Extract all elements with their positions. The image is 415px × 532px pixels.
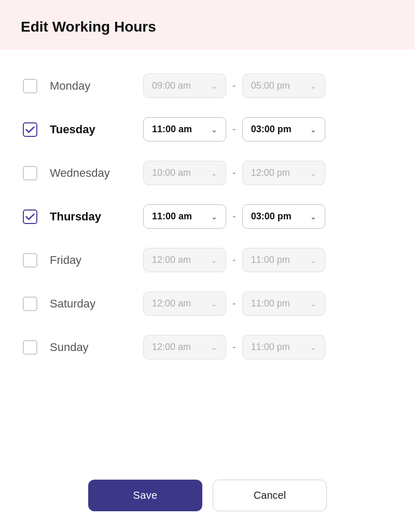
checkbox-wrapper-saturday: [21, 297, 39, 311]
start-chevron-thursday: ⌄: [211, 213, 217, 221]
days-list: Monday09:00 am⌄-05:00 pm⌄ Tuesday11:00 a…: [0, 50, 415, 469]
time-separator-sunday: -: [232, 341, 236, 353]
end-time-wednesday[interactable]: 12:00 pm⌄: [242, 161, 325, 185]
end-value-wednesday: 12:00 pm: [251, 167, 290, 178]
end-value-sunday: 11:00 pm: [251, 342, 290, 353]
end-chevron-saturday: ⌄: [310, 300, 316, 308]
end-time-thursday[interactable]: 03:00 pm⌄: [242, 204, 325, 229]
day-row-tuesday: Tuesday11:00 am⌄-03:00 pm⌄: [21, 108, 394, 151]
day-label-sunday: Sunday: [50, 341, 133, 354]
end-value-monday: 05:00 pm: [251, 80, 290, 91]
cancel-button[interactable]: Cancel: [213, 480, 327, 511]
checkbox-thursday[interactable]: [23, 209, 37, 224]
end-chevron-wednesday: ⌄: [310, 169, 316, 177]
time-controls-tuesday: 11:00 am⌄-03:00 pm⌄: [143, 117, 394, 142]
time-controls-friday: 12:00 am⌄-11:00 pm⌄: [143, 248, 394, 272]
end-chevron-monday: ⌄: [310, 82, 316, 90]
day-row-friday: Friday12:00 am⌄-11:00 pm⌄: [21, 239, 394, 282]
start-chevron-saturday: ⌄: [211, 300, 217, 308]
page-header: Edit Working Hours: [0, 0, 415, 50]
day-label-friday: Friday: [50, 254, 133, 267]
checkbox-saturday[interactable]: [23, 297, 37, 311]
day-row-wednesday: Wednesday10:00 am⌄-12:00 pm⌄: [21, 151, 394, 195]
time-separator-thursday: -: [232, 211, 236, 222]
time-separator-monday: -: [232, 80, 236, 92]
start-time-friday[interactable]: 12:00 am⌄: [143, 248, 226, 272]
start-value-sunday: 12:00 am: [152, 342, 191, 353]
page-title: Edit Working Hours: [21, 19, 394, 35]
start-time-wednesday[interactable]: 10:00 am⌄: [143, 161, 226, 185]
checkbox-wednesday[interactable]: [23, 166, 37, 180]
end-value-thursday: 03:00 pm: [251, 211, 292, 222]
day-label-wednesday: Wednesday: [50, 166, 133, 180]
end-value-saturday: 11:00 pm: [251, 298, 290, 309]
start-time-sunday[interactable]: 12:00 am⌄: [143, 335, 226, 359]
end-value-tuesday: 03:00 pm: [251, 124, 292, 135]
time-controls-sunday: 12:00 am⌄-11:00 pm⌄: [143, 335, 394, 359]
start-time-thursday[interactable]: 11:00 am⌄: [143, 204, 226, 229]
time-separator-tuesday: -: [232, 123, 236, 135]
time-controls-wednesday: 10:00 am⌄-12:00 pm⌄: [143, 161, 394, 185]
start-value-wednesday: 10:00 am: [152, 167, 191, 178]
end-chevron-friday: ⌄: [310, 256, 316, 264]
checkbox-wrapper-friday: [21, 253, 39, 268]
end-time-monday[interactable]: 05:00 pm⌄: [242, 74, 325, 98]
time-controls-saturday: 12:00 am⌄-11:00 pm⌄: [143, 291, 394, 316]
start-value-thursday: 11:00 am: [152, 211, 192, 222]
day-row-sunday: Sunday12:00 am⌄-11:00 pm⌄: [21, 326, 394, 369]
end-value-friday: 11:00 pm: [251, 255, 290, 265]
checkbox-friday[interactable]: [23, 253, 37, 268]
day-label-thursday: Thursday: [50, 210, 133, 223]
start-chevron-tuesday: ⌄: [211, 125, 217, 134]
end-chevron-tuesday: ⌄: [310, 125, 316, 134]
start-chevron-wednesday: ⌄: [211, 169, 217, 177]
start-value-friday: 12:00 am: [152, 255, 191, 265]
checkbox-wrapper-monday: [21, 79, 39, 93]
start-chevron-friday: ⌄: [211, 256, 217, 264]
start-chevron-monday: ⌄: [211, 82, 217, 90]
end-chevron-sunday: ⌄: [310, 343, 316, 352]
time-separator-wednesday: -: [232, 167, 236, 179]
day-label-saturday: Saturday: [50, 297, 133, 311]
day-row-thursday: Thursday11:00 am⌄-03:00 pm⌄: [21, 195, 394, 239]
day-label-tuesday: Tuesday: [50, 123, 133, 136]
end-time-saturday[interactable]: 11:00 pm⌄: [242, 291, 325, 316]
start-value-monday: 09:00 am: [152, 80, 191, 91]
time-separator-friday: -: [232, 254, 236, 266]
checkbox-wrapper-tuesday: [21, 122, 39, 137]
save-button[interactable]: Save: [88, 480, 202, 511]
day-row-monday: Monday09:00 am⌄-05:00 pm⌄: [21, 64, 394, 108]
day-row-saturday: Saturday12:00 am⌄-11:00 pm⌄: [21, 282, 394, 326]
checkbox-tuesday[interactable]: [23, 122, 37, 137]
time-controls-monday: 09:00 am⌄-05:00 pm⌄: [143, 74, 394, 98]
checkbox-wrapper-sunday: [21, 340, 39, 355]
end-time-friday[interactable]: 11:00 pm⌄: [242, 248, 325, 272]
checkbox-wrapper-wednesday: [21, 166, 39, 180]
start-value-saturday: 12:00 am: [152, 298, 191, 309]
end-time-sunday[interactable]: 11:00 pm⌄: [242, 335, 325, 359]
checkbox-wrapper-thursday: [21, 209, 39, 224]
start-value-tuesday: 11:00 am: [152, 124, 192, 135]
time-controls-thursday: 11:00 am⌄-03:00 pm⌄: [143, 204, 394, 229]
checkbox-monday[interactable]: [23, 79, 37, 93]
end-time-tuesday[interactable]: 03:00 pm⌄: [242, 117, 325, 142]
footer-actions: Save Cancel: [0, 469, 415, 532]
start-time-saturday[interactable]: 12:00 am⌄: [143, 291, 226, 316]
checkbox-sunday[interactable]: [23, 340, 37, 355]
day-label-monday: Monday: [50, 79, 133, 93]
start-time-monday[interactable]: 09:00 am⌄: [143, 74, 226, 98]
start-chevron-sunday: ⌄: [211, 343, 217, 352]
end-chevron-thursday: ⌄: [310, 213, 316, 221]
time-separator-saturday: -: [232, 298, 236, 310]
start-time-tuesday[interactable]: 11:00 am⌄: [143, 117, 226, 142]
